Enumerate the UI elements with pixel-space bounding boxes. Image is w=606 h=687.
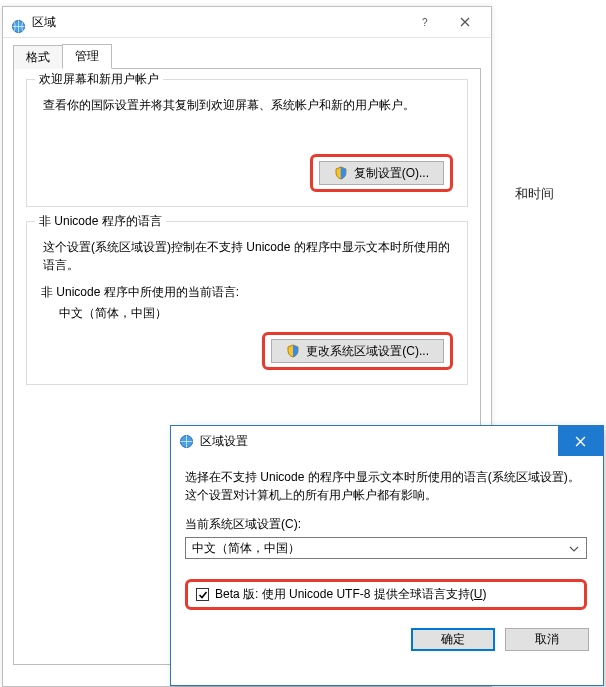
region-dialog-title: 区域 (32, 7, 405, 37)
highlight-beta-utf8: Beta 版: 使用 Unicode UTF-8 提供全球语言支持(U) (185, 579, 587, 610)
group-welcome-screen: 欢迎屏幕和新用户帐户 查看你的国际设置并将其复制到欢迎屏幕、系统帐户和新的用户帐… (26, 79, 468, 207)
region-dialog-titlebar: 区域 ? (3, 7, 491, 38)
beta-utf8-checkbox-row[interactable]: Beta 版: 使用 Unicode UTF-8 提供全球语言支持(U) (196, 586, 576, 603)
region-settings-titlebar: 区域设置 (171, 426, 603, 456)
group-non-unicode-title: 非 Unicode 程序的语言 (35, 213, 166, 230)
cancel-button[interactable]: 取消 (505, 628, 589, 651)
chevron-down-icon (566, 542, 582, 554)
group-non-unicode-desc: 这个设置(系统区域设置)控制在不支持 Unicode 的程序中显示文本时所使用的… (43, 238, 451, 274)
close-button[interactable] (558, 426, 603, 456)
group-welcome-desc: 查看你的国际设置并将其复制到欢迎屏幕、系统帐户和新的用户帐户。 (43, 96, 451, 114)
shield-icon (286, 344, 300, 358)
tab-admin[interactable]: 管理 (62, 44, 112, 69)
region-settings-button-row: 确定 取消 (171, 620, 603, 657)
beta-utf8-label: Beta 版: 使用 Unicode UTF-8 提供全球语言支持(U) (215, 586, 486, 603)
svg-text:?: ? (422, 17, 428, 27)
copy-settings-label: 复制设置(O)... (354, 165, 429, 182)
change-system-locale-label: 更改系统区域设置(C)... (306, 343, 429, 360)
tab-format[interactable]: 格式 (13, 45, 63, 69)
change-system-locale-button[interactable]: 更改系统区域设置(C)... (271, 339, 444, 363)
help-button[interactable]: ? (405, 8, 445, 36)
region-settings-body: 选择在不支持 Unicode 的程序中显示文本时所使用的语言(系统区域设置)。这… (171, 456, 603, 620)
region-settings-dialog: 区域设置 选择在不支持 Unicode 的程序中显示文本时所使用的语言(系统区域… (170, 425, 604, 686)
highlight-change-locale: 更改系统区域设置(C)... (262, 332, 453, 370)
region-settings-desc: 选择在不支持 Unicode 的程序中显示文本时所使用的语言(系统区域设置)。这… (185, 468, 587, 504)
copy-settings-button[interactable]: 复制设置(O)... (319, 161, 444, 185)
group-welcome-title: 欢迎屏幕和新用户帐户 (35, 71, 163, 88)
current-locale-label: 当前系统区域设置(C): (185, 516, 587, 533)
ok-button[interactable]: 确定 (411, 628, 495, 651)
background-stray-text: 和时间 (515, 185, 554, 203)
current-language-value: 中文（简体，中国） (59, 305, 453, 322)
tab-strip: 格式 管理 (13, 46, 481, 69)
current-locale-value: 中文（简体，中国） (192, 540, 566, 557)
globe-icon (179, 434, 194, 449)
highlight-copy-settings: 复制设置(O)... (310, 154, 453, 192)
current-language-label: 非 Unicode 程序中所使用的当前语言: (41, 284, 453, 301)
close-button[interactable] (445, 8, 485, 36)
region-settings-title: 区域设置 (200, 433, 558, 450)
group-non-unicode: 非 Unicode 程序的语言 这个设置(系统区域设置)控制在不支持 Unico… (26, 221, 468, 385)
globe-icon (11, 15, 26, 30)
current-locale-dropdown[interactable]: 中文（简体，中国） (185, 537, 587, 559)
shield-icon (334, 166, 348, 180)
beta-utf8-checkbox[interactable] (196, 588, 209, 601)
